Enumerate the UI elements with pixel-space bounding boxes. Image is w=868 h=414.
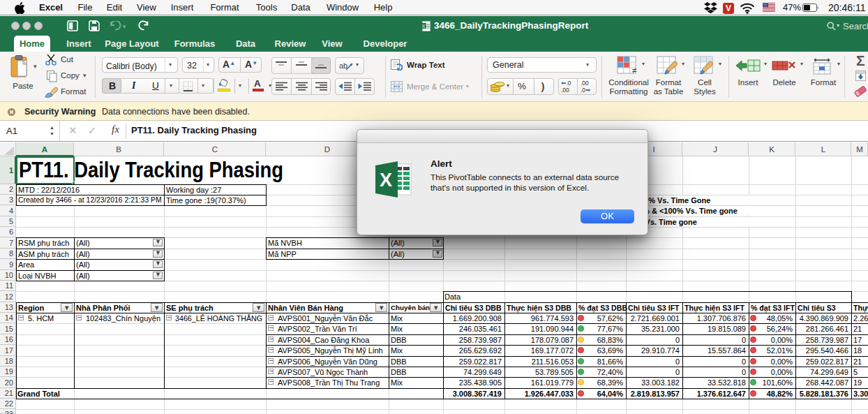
svg-text:X: X [422,24,426,29]
svg-text:≠: ≠ [632,66,637,75]
svg-text:ab: ab [339,61,347,70]
svg-text:X: X [380,170,392,191]
